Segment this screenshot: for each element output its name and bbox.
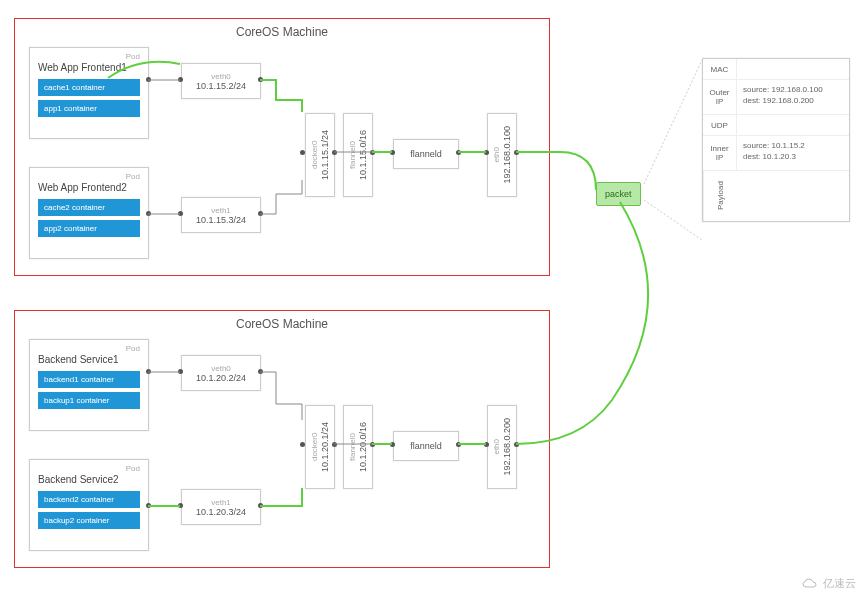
pod-label: Pod xyxy=(126,344,140,353)
veth-ip: 10.1.20.3/24 xyxy=(196,507,246,517)
connector-dot xyxy=(300,442,305,447)
svg-line-14 xyxy=(644,200,702,240)
flannel0-ip: 10.1.20.0/16 xyxy=(358,422,368,472)
pod-title: Backend Service2 xyxy=(38,474,140,485)
machine-title: CoreOS Machine xyxy=(236,317,328,331)
coreos-machine-1: CoreOS Machine Pod Web App Frontend1 cac… xyxy=(14,18,550,276)
veth0-node: veth0 10.1.20.2/24 xyxy=(181,355,261,391)
connector-dot xyxy=(258,369,263,374)
connector-dot xyxy=(514,150,519,155)
pod-label: Pod xyxy=(126,172,140,181)
docker0-node: docker0 10.1.20.1/24 xyxy=(305,405,335,489)
connector-dot xyxy=(390,442,395,447)
packet-node: packet xyxy=(596,182,641,206)
connector-dot xyxy=(370,150,375,155)
veth1-node: veth1 10.1.15.3/24 xyxy=(181,197,261,233)
cloud-icon xyxy=(801,578,819,590)
pkt-body xyxy=(737,59,749,79)
flannel0-node: flannel0 10.1.20.0/16 xyxy=(343,405,373,489)
container-box: cache2 container xyxy=(38,199,140,216)
connector-dot xyxy=(456,150,461,155)
veth-ip: 10.1.15.2/24 xyxy=(196,81,246,91)
pod-label: Pod xyxy=(126,52,140,61)
docker0-name: docker0 xyxy=(310,141,319,169)
connector-dot xyxy=(514,442,519,447)
pod-web-app-frontend2: Pod Web App Frontend2 cache2 container a… xyxy=(29,167,149,259)
pkt-hdr: Payload xyxy=(703,171,737,221)
pod-label: Pod xyxy=(126,464,140,473)
connector-dot xyxy=(300,150,305,155)
packet-row-mac: MAC xyxy=(703,59,849,80)
connector-dot xyxy=(332,442,337,447)
connector-dot xyxy=(332,150,337,155)
connector-dot xyxy=(178,211,183,216)
connector-dot xyxy=(146,211,151,216)
flanneld-label: flanneld xyxy=(410,441,442,451)
pkt-hdr: Inner IP xyxy=(703,136,737,170)
veth1-node: veth1 10.1.20.3/24 xyxy=(181,489,261,525)
veth-name: veth1 xyxy=(211,498,231,507)
veth-ip: 10.1.15.3/24 xyxy=(196,215,246,225)
docker0-node: docker0 10.1.15.1/24 xyxy=(305,113,335,197)
eth0-ip: 192.168.0.200 xyxy=(502,418,512,476)
pkt-body: source: 192.168.0.100 dest: 192.168.0.20… xyxy=(737,80,829,114)
eth0-name: eth0 xyxy=(492,147,501,163)
docker0-name: docker0 xyxy=(310,433,319,461)
flanneld-label: flanneld xyxy=(410,149,442,159)
packet-row-udp: UDP xyxy=(703,115,849,136)
svg-line-13 xyxy=(644,60,702,184)
pod-backend-service1: Pod Backend Service1 backend1 container … xyxy=(29,339,149,431)
veth-name: veth0 xyxy=(211,72,231,81)
machine-title: CoreOS Machine xyxy=(236,25,328,39)
pkt-hdr: UDP xyxy=(703,115,737,135)
watermark: 亿速云 xyxy=(801,576,856,591)
docker0-ip: 10.1.20.1/24 xyxy=(320,422,330,472)
packet-detail-table: MAC Outer IP source: 192.168.0.100 dest:… xyxy=(702,58,850,222)
packet-row-inner-ip: Inner IP source: 10.1.15.2 dest: 10.1.20… xyxy=(703,136,849,171)
container-box: app1 container xyxy=(38,100,140,117)
eth0-name: eth0 xyxy=(492,439,501,455)
connector-dot xyxy=(370,442,375,447)
coreos-machine-2: CoreOS Machine Pod Backend Service1 back… xyxy=(14,310,550,568)
container-box: backup1 container xyxy=(38,392,140,409)
connector-dot xyxy=(178,77,183,82)
connector-dot xyxy=(456,442,461,447)
veth-name: veth0 xyxy=(211,364,231,373)
flannel0-name: flannel0 xyxy=(348,141,357,169)
flannel0-ip: 10.1.15.0/16 xyxy=(358,130,368,180)
pkt-hdr: Outer IP xyxy=(703,80,737,114)
connector-dot xyxy=(258,77,263,82)
connector-dot xyxy=(146,503,151,508)
eth0-ip: 192.168.0.100 xyxy=(502,126,512,184)
veth-name: veth1 xyxy=(211,206,231,215)
eth0-node: eth0 192.168.0.100 xyxy=(487,113,517,197)
watermark-text: 亿速云 xyxy=(823,576,856,591)
flannel0-name: flannel0 xyxy=(348,433,357,461)
packet-label: packet xyxy=(605,189,632,199)
container-box: backend1 container xyxy=(38,371,140,388)
eth0-node: eth0 192.168.0.200 xyxy=(487,405,517,489)
connector-dot xyxy=(178,503,183,508)
connector-dot xyxy=(258,211,263,216)
pod-title: Backend Service1 xyxy=(38,354,140,365)
pkt-body: source: 10.1.15.2 dest: 10.1.20.3 xyxy=(737,136,811,170)
flanneld-node: flanneld xyxy=(393,139,459,169)
connector-dot xyxy=(484,150,489,155)
connector-dot xyxy=(390,150,395,155)
connector-dot xyxy=(146,369,151,374)
pkt-hdr: MAC xyxy=(703,59,737,79)
pod-backend-service2: Pod Backend Service2 backend2 container … xyxy=(29,459,149,551)
pkt-body xyxy=(737,115,749,135)
packet-row-payload: Payload xyxy=(703,171,849,221)
packet-row-outer-ip: Outer IP source: 192.168.0.100 dest: 192… xyxy=(703,80,849,115)
connector-dot xyxy=(258,503,263,508)
veth-ip: 10.1.20.2/24 xyxy=(196,373,246,383)
connector-dot xyxy=(484,442,489,447)
pod-title: Web App Frontend2 xyxy=(38,182,140,193)
container-box: cache1 container xyxy=(38,79,140,96)
pod-web-app-frontend1: Pod Web App Frontend1 cache1 container a… xyxy=(29,47,149,139)
connector-dot xyxy=(146,77,151,82)
container-box: backend2 container xyxy=(38,491,140,508)
container-box: app2 container xyxy=(38,220,140,237)
pod-title: Web App Frontend1 xyxy=(38,62,140,73)
